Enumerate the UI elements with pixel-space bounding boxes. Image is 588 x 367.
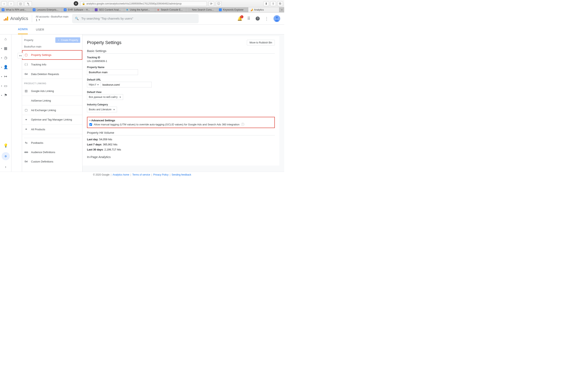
help-button[interactable]: ? bbox=[255, 16, 260, 21]
property-name-label: Property Name bbox=[87, 66, 275, 69]
tab-label: Using the Apriori... bbox=[130, 8, 150, 11]
industry-category-select[interactable]: Books and Literature▼ bbox=[87, 107, 117, 112]
caret-down-icon: ▾ bbox=[89, 119, 90, 122]
browser-tab[interactable]: New Search Cons... bbox=[186, 7, 217, 12]
apps-button[interactable]: ⠿ bbox=[246, 16, 251, 21]
browser-tab[interactable]: ≡EHR Software – H... bbox=[62, 7, 93, 12]
ga-logo[interactable]: Analytics bbox=[4, 16, 28, 21]
search-bar[interactable]: 🔍 Try searching "Top channels by users" bbox=[72, 14, 199, 23]
caret-icon: ▸ bbox=[1, 47, 2, 49]
tracking-id-label: Tracking ID bbox=[87, 56, 275, 59]
sidebar-item-all-products[interactable]: ⚭ All Products bbox=[22, 125, 82, 134]
new-tab-button[interactable]: ＋ bbox=[279, 7, 284, 12]
rail-admin[interactable]: ⚙ bbox=[2, 152, 10, 160]
more-vert-icon: ⋮ bbox=[265, 16, 269, 21]
collapse-column-button[interactable]: ↤ bbox=[17, 53, 23, 58]
sidebar-item-label: Google Ads Linking bbox=[31, 90, 54, 92]
postback-icon: ⇆ bbox=[24, 141, 28, 145]
browser-tab-active[interactable]: Analytics bbox=[248, 7, 279, 12]
footer-link-privacy[interactable]: Privacy Policy bbox=[153, 173, 169, 176]
main-body: ⌂ ▸▦ ▸◷ ▸👤 ▸↦ ▸▭ ▸⚑ 💡 ⚙ › ↤ Property ＋Cr… bbox=[0, 34, 284, 172]
nav-back-button[interactable]: ‹ bbox=[1, 1, 7, 6]
chevron-down-icon: ▼ bbox=[119, 96, 121, 98]
rail-collapse[interactable]: › bbox=[2, 164, 10, 169]
tab-user[interactable]: USER bbox=[36, 25, 44, 34]
browser-tab[interactable]: Keywords Explorer bbox=[217, 7, 248, 12]
nav-forward-button[interactable]: › bbox=[8, 1, 14, 6]
manual-tagging-checkbox[interactable] bbox=[89, 123, 92, 126]
default-view-select[interactable]: Все данные по веб-сайту▼ bbox=[87, 94, 123, 100]
lock-icon: 🔒 bbox=[82, 2, 85, 5]
sidebar-item-tracking-info[interactable]: ⟨ ⟩ Tracking Info bbox=[22, 60, 82, 69]
rail-realtime[interactable]: ▸◷ bbox=[0, 55, 11, 60]
page-title: Property Settings bbox=[87, 40, 121, 45]
sidebar-item-label: Property Settings bbox=[31, 53, 52, 57]
footer-link-feedback[interactable]: Sending feedback bbox=[172, 173, 191, 176]
rail-discover[interactable]: 💡 bbox=[2, 143, 10, 148]
sidebar-item-custom-def[interactable]: Dd Custom Definitions bbox=[22, 157, 82, 166]
rail-home[interactable]: ⌂ bbox=[0, 36, 11, 42]
sidebar-toggle-button[interactable]: ◫ bbox=[17, 1, 23, 6]
protocol-select[interactable]: https://▼ bbox=[87, 82, 101, 87]
sidebar-item-property-settings[interactable]: ▢ Property Settings bbox=[22, 50, 82, 60]
rail-conversions[interactable]: ▸▭ bbox=[0, 83, 11, 88]
default-url-input[interactable] bbox=[101, 82, 152, 87]
rail-audience[interactable]: ▸👤 bbox=[0, 65, 11, 69]
reload-button[interactable]: ⟳ bbox=[208, 1, 214, 6]
tab-label: SEO Content Anal... bbox=[99, 8, 121, 11]
tab-admin[interactable]: ADMIN bbox=[18, 25, 28, 34]
sidebar-item-postbacks[interactable]: ⇆ Postbacks bbox=[22, 138, 82, 147]
hit-7-value: : 365,902 hits bbox=[102, 143, 117, 146]
create-property-button[interactable]: ＋Create Property bbox=[55, 37, 80, 43]
share-button[interactable]: ⇪ bbox=[270, 1, 276, 6]
chevron-down-icon: ▼ bbox=[113, 108, 115, 111]
rail-flag[interactable]: ▸⚑ bbox=[0, 93, 11, 98]
help-icon[interactable]: ? bbox=[241, 123, 244, 126]
avatar-icon bbox=[274, 15, 280, 22]
sidebar-item-label: Tracking Info bbox=[31, 63, 46, 66]
browser-tab[interactable]: ✱Using the Apriori... bbox=[124, 7, 155, 12]
browser-tab[interactable]: ≡What Is RPA and... bbox=[0, 7, 31, 12]
sidebar-item-label: Optimise and Tag Manager Linking bbox=[31, 118, 72, 122]
default-view-label: Default View bbox=[87, 91, 275, 94]
reader-button[interactable]: ✎̲ bbox=[25, 1, 32, 6]
address-bar[interactable]: 🔒 analytics.google.com/analytics/web/#/a… bbox=[80, 1, 207, 6]
product-linking-heading: PRODUCT LINKING bbox=[22, 79, 82, 86]
browser-tab[interactable]: ≡Lessons Enterpris... bbox=[31, 7, 62, 12]
rail-customization[interactable]: ▸▦ bbox=[0, 46, 11, 51]
property-name: BooksRun main bbox=[22, 44, 82, 50]
move-to-rubbish-button[interactable]: Move to Rubbish Bin bbox=[247, 40, 275, 45]
hit-day-value: : 54,059 hits bbox=[98, 138, 112, 141]
rail-acquisition[interactable]: ▸↦ bbox=[0, 74, 11, 79]
caret-icon: ▸ bbox=[1, 57, 2, 59]
account-picker[interactable]: All accounts › BooksRun main 1▼ bbox=[36, 15, 68, 22]
property-name-input[interactable] bbox=[87, 69, 138, 75]
site-icon: ⊕ bbox=[157, 8, 160, 11]
sidebar-item-adexchange-linking[interactable]: ▢ Ad Exchange Linking bbox=[22, 105, 82, 115]
sidebar-item-audience-def[interactable]: ᚔ Audience Definitions bbox=[22, 147, 82, 157]
sidebar-item-data-deletion[interactable]: Dd Data Deletion Requests bbox=[22, 69, 82, 79]
extension-badge[interactable]: U bbox=[74, 1, 78, 6]
sidebar-item-optimise-linking[interactable]: ⚭ Optimise and Tag Manager Linking bbox=[22, 115, 82, 125]
tabs-button[interactable]: ⧉ bbox=[277, 1, 283, 6]
tab-label: Search Console E... bbox=[161, 8, 183, 11]
account-avatar[interactable] bbox=[273, 15, 281, 22]
advanced-settings-heading: Advanced Settings bbox=[91, 119, 115, 122]
browser-tab[interactable]: ⊕Search Console E... bbox=[155, 7, 186, 12]
sidebar-item-label: Ad Exchange Linking bbox=[31, 109, 56, 112]
sidebar-item-label: All Products bbox=[31, 128, 45, 131]
downloads-button[interactable]: ⬇ bbox=[263, 1, 269, 6]
more-button[interactable]: ⋮ bbox=[264, 16, 269, 21]
caret-icon: ▸ bbox=[1, 75, 2, 77]
property-column: ↤ Property ＋Create Property BooksRun mai… bbox=[22, 34, 82, 172]
basic-settings-heading: Basic Settings bbox=[87, 49, 275, 54]
browser-tab[interactable]: SEO Content Anal... bbox=[93, 7, 124, 12]
footer-link-terms[interactable]: Terms of service bbox=[132, 173, 150, 176]
tab-label: EHR Software – H... bbox=[68, 8, 90, 11]
search-icon: 🔍 bbox=[75, 17, 79, 20]
notifications-button[interactable]: 🔔 1 bbox=[237, 16, 242, 21]
sidebar-item-adsense-linking[interactable]: AdSense Linking bbox=[22, 96, 82, 105]
site-info-button[interactable]: ⓘ bbox=[216, 1, 222, 6]
footer-link-home[interactable]: Analytics home bbox=[113, 173, 129, 176]
sidebar-item-ads-linking[interactable]: ▤ Google Ads Linking bbox=[22, 86, 82, 96]
